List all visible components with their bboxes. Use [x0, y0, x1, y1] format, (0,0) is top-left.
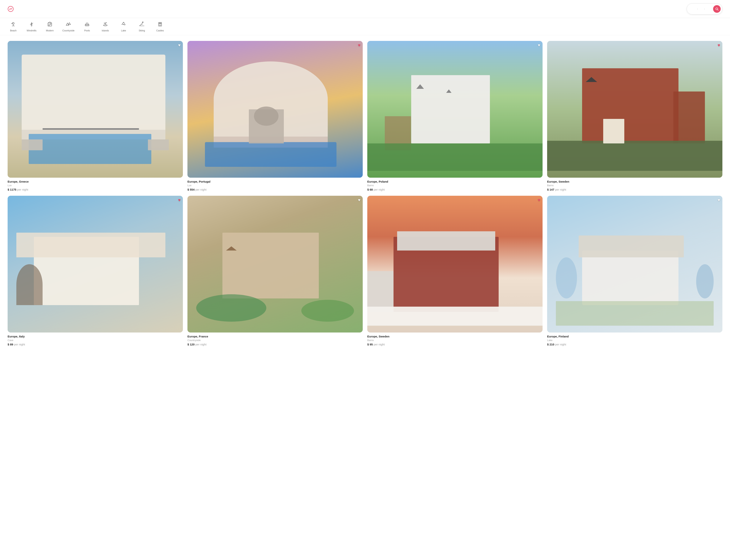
favorite-button-7[interactable]: ♥ — [538, 198, 540, 202]
listing-card-5[interactable]: ♥ Europe, Italy Cave $ 89 per night — [8, 196, 183, 346]
category-windmills[interactable]: Windmills — [26, 21, 37, 32]
price-amount-6: $ 120 — [188, 343, 195, 346]
price-amount-1: $ 1175 — [8, 188, 16, 191]
listing-location-2: Europe, Portugal — [188, 180, 363, 183]
svg-point-19 — [142, 22, 143, 23]
countryside-label: Countryside — [62, 29, 75, 32]
listing-location-3: Europe, Poland — [367, 180, 542, 183]
svg-line-2 — [717, 10, 718, 10]
category-pools[interactable]: Pools — [81, 21, 93, 32]
listing-card-1[interactable]: ♥ Europe, Greece Lux $ 1175 per night — [8, 41, 183, 191]
listing-image-4: ♥ — [547, 41, 722, 178]
header — [0, 0, 730, 18]
listing-location-4: Europe, Sweden — [547, 180, 722, 183]
countryside-icon — [66, 21, 71, 28]
listing-price-8: $ 210 per night — [547, 343, 722, 346]
listing-card-4[interactable]: ♥ Europe, Sweden Barns $ 147 per night — [547, 41, 722, 191]
search-button[interactable] — [713, 5, 721, 13]
price-amount-2: $ 554 — [188, 188, 195, 191]
favorite-button-4[interactable]: ♥ — [718, 43, 720, 47]
listing-image-2: ♥ — [188, 41, 363, 178]
location-search[interactable] — [691, 8, 698, 10]
listing-image-3: ♥ — [367, 41, 542, 178]
svg-rect-11 — [49, 25, 49, 26]
listing-type-8: Lake — [547, 339, 722, 342]
price-unit-6: per night — [196, 343, 207, 346]
listing-card-3[interactable]: ♥ Europe, Poland Barns $ 68 per night — [367, 41, 542, 191]
listing-price-1: $ 1175 per night — [8, 188, 183, 191]
listing-image-6: ♥ — [188, 196, 363, 333]
price-amount-7: $ 95 — [367, 343, 373, 346]
islands-label: Islands — [102, 29, 109, 32]
listing-location-8: Europe, Finland — [547, 335, 722, 338]
listing-price-7: $ 95 per night — [367, 343, 542, 346]
dates-search[interactable] — [698, 8, 705, 10]
pools-label: Pools — [84, 29, 90, 32]
svg-rect-15 — [85, 24, 89, 26]
listing-image-1: ♥ — [8, 41, 183, 178]
listing-price-3: $ 68 per night — [367, 188, 542, 191]
modern-icon — [47, 21, 53, 28]
listing-card-6[interactable]: ♥ Europe, France Countryside $ 120 per n… — [188, 196, 363, 346]
price-amount-4: $ 147 — [547, 188, 554, 191]
windmills-icon — [29, 21, 34, 28]
svg-line-8 — [32, 23, 33, 24]
beach-label: Beach — [10, 29, 17, 32]
category-islands[interactable]: Islands — [100, 21, 111, 32]
price-amount-8: $ 210 — [547, 343, 554, 346]
category-modern[interactable]: Modern — [44, 21, 56, 32]
price-amount-5: $ 89 — [8, 343, 13, 346]
search-icon — [715, 7, 719, 11]
svg-point-18 — [122, 23, 125, 24]
favorite-button-1[interactable]: ♥ — [178, 43, 181, 47]
listing-type-5: Cave — [8, 339, 183, 342]
listing-card-2[interactable]: ♥ Europe, Portugal Lux $ 554 per night — [188, 41, 363, 191]
skiing-icon — [139, 21, 145, 28]
lake-icon — [121, 21, 126, 28]
svg-line-13 — [48, 22, 50, 23]
listing-card-7[interactable]: ♥ Europe, Sweden Barns $ 95 per night — [367, 196, 542, 346]
listing-price-6: $ 120 per night — [188, 343, 363, 346]
castles-label: Castles — [156, 29, 164, 32]
price-unit-7: per night — [373, 343, 384, 346]
category-castles[interactable]: Castles — [154, 21, 166, 32]
favorite-button-8[interactable]: ♥ — [718, 198, 720, 202]
castles-icon — [157, 21, 163, 28]
svg-line-14 — [50, 22, 52, 23]
favorite-button-5[interactable]: ♥ — [178, 198, 181, 202]
listing-image-7: ♥ — [367, 196, 542, 333]
beach-icon — [10, 21, 16, 28]
price-unit-5: per night — [14, 343, 25, 346]
listing-card-8[interactable]: ♥ Europe, Finland Lake $ 210 per night — [547, 196, 722, 346]
favorite-button-6[interactable]: ♥ — [358, 198, 361, 202]
logo[interactable] — [8, 6, 15, 12]
windmills-label: Windmills — [27, 29, 36, 32]
svg-rect-12 — [50, 24, 51, 25]
guests-search[interactable] — [705, 8, 712, 10]
category-beach[interactable]: Beach — [8, 21, 19, 32]
svg-rect-23 — [160, 23, 161, 24]
listing-price-4: $ 147 per night — [547, 188, 722, 191]
category-nav: Beach Windmills Modern Countryside Pools… — [0, 18, 730, 35]
favorite-button-3[interactable]: ♥ — [538, 43, 540, 47]
price-unit-3: per night — [373, 188, 384, 191]
listing-type-4: Barns — [547, 184, 722, 187]
logo-icon — [8, 6, 14, 12]
category-lake[interactable]: Lake — [118, 21, 129, 32]
svg-rect-21 — [159, 23, 159, 24]
listing-type-1: Lux — [8, 184, 183, 187]
listing-location-5: Europe, Italy — [8, 335, 183, 338]
category-countryside[interactable]: Countryside — [62, 21, 75, 32]
price-unit-4: per night — [555, 188, 566, 191]
main-content: ♥ Europe, Greece Lux $ 1175 per night ♥ … — [0, 35, 730, 352]
listing-location-6: Europe, France — [188, 335, 363, 338]
price-unit-1: per night — [17, 188, 28, 191]
listing-type-3: Barns — [367, 184, 542, 187]
listing-location-7: Europe, Sweden — [367, 335, 542, 338]
islands-icon — [103, 21, 108, 28]
favorite-button-2[interactable]: ♥ — [358, 43, 361, 47]
listing-image-5: ♥ — [8, 196, 183, 333]
category-skiing[interactable]: Skiing — [136, 21, 148, 32]
listing-image-8: ♥ — [547, 196, 722, 333]
price-amount-3: $ 68 — [367, 188, 373, 191]
